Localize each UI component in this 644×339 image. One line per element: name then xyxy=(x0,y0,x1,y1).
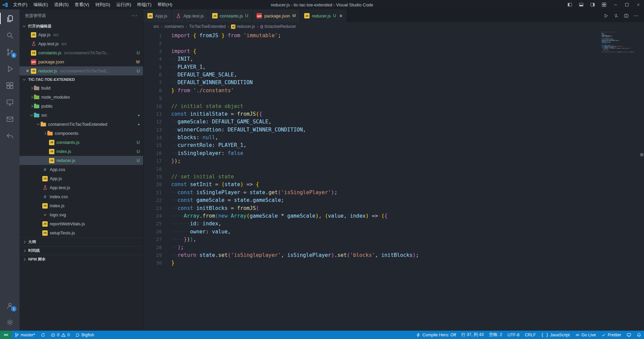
more-actions-icon[interactable]: ··· xyxy=(131,13,138,19)
open-editor-item[interactable]: JSconstants.jssrc\containers\TicTacTo...… xyxy=(19,48,143,57)
activity-search[interactable] xyxy=(0,27,19,44)
activity-account[interactable]: 1 xyxy=(0,297,19,314)
status-cursor-position[interactable]: 行 37, 列 43 xyxy=(459,331,487,339)
status-git-branch[interactable]: master* xyxy=(12,331,38,339)
npm-file-icon: npm xyxy=(31,59,36,65)
tree-item-reducer.js[interactable]: JSreducer.jsU xyxy=(19,156,143,165)
tab-package.json[interactable]: npmpackage.jsonM xyxy=(252,9,300,22)
scrollbar[interactable] xyxy=(639,31,644,331)
status-indentation[interactable]: 空格: 2 xyxy=(487,331,505,339)
menu-item[interactable]: 选择(S) xyxy=(51,0,72,9)
menu-item[interactable]: 文件(F) xyxy=(10,0,31,9)
section-大纲[interactable]: 大纲 xyxy=(19,237,143,246)
tree-item-build[interactable]: build xyxy=(19,83,143,93)
tree-item-src[interactable]: src● xyxy=(19,111,143,120)
svg-file-icon: ‹› xyxy=(42,212,48,218)
tree-item-index.js[interactable]: JSindex.js xyxy=(19,201,143,210)
js-file-icon: JS xyxy=(42,203,48,209)
vscode-logo xyxy=(0,2,10,8)
tree-item-index.css[interactable]: #index.css xyxy=(19,192,143,201)
menu-item[interactable]: 终端(T) xyxy=(134,0,154,9)
breadcrumb-item[interactable]: JSreducer.js xyxy=(231,24,255,29)
activity-run-debug[interactable] xyxy=(0,60,19,77)
chevron-down-icon xyxy=(23,24,26,27)
tab-App.js[interactable]: JSApp.js xyxy=(143,9,172,22)
open-editor-item[interactable]: npmpackage.jsonM xyxy=(19,57,143,66)
status-sync-changes[interactable] xyxy=(38,331,48,339)
status-remote-indicator[interactable]: >< xyxy=(0,331,12,339)
activity-source-control[interactable]: 6 xyxy=(0,44,19,60)
git-status-badge: M xyxy=(292,13,296,18)
extensions-icon xyxy=(6,81,14,90)
activity-back-arrow[interactable] xyxy=(0,127,19,144)
tree-item-logo.svg[interactable]: ‹›logo.svg xyxy=(19,210,143,219)
split-editor-icon[interactable] xyxy=(622,11,631,20)
close-icon[interactable]: ✕ xyxy=(339,13,343,18)
tree-item-node_modules[interactable]: node_modules xyxy=(19,93,143,102)
toggle-panel-bottom-icon[interactable] xyxy=(576,0,587,9)
status-compile-hero[interactable]: Compile Hero: Off xyxy=(413,331,459,339)
status-problems[interactable]: 00 xyxy=(48,331,73,339)
maximize-button[interactable] xyxy=(621,0,633,9)
line-number: 11 xyxy=(143,110,162,118)
breadcrumb-item[interactable]: {​}tictactoeReducer xyxy=(260,24,296,29)
breadcrumb-item[interactable]: src xyxy=(153,24,159,29)
section-NPM 脚本[interactable]: NPM 脚本 xyxy=(19,255,143,264)
tree-item-reportwebvitals.js[interactable]: JSreportWebVitals.js xyxy=(19,219,143,228)
status-language-mode[interactable]: { }JavaScript xyxy=(539,331,572,339)
tree-item-containers\tictactoeextended[interactable]: containers\TicTacToeExtended● xyxy=(19,120,143,129)
open-editor-item[interactable]: JSApp.jssrc xyxy=(19,30,143,39)
tree-item-constants.js[interactable]: JSconstants.jsU xyxy=(19,138,143,147)
activity-explorer[interactable] xyxy=(0,10,19,27)
tree-item-index.js[interactable]: JSindex.jsU xyxy=(19,147,143,156)
open-changes-icon[interactable] xyxy=(612,11,620,20)
breadcrumb-item[interactable]: containers xyxy=(165,24,184,29)
run-file-icon[interactable] xyxy=(602,11,610,20)
tab-App.test.js[interactable]: App.test.js xyxy=(172,9,208,22)
open-editor-item[interactable]: App.test.jssrc xyxy=(19,39,143,48)
activity-settings[interactable] xyxy=(0,314,19,331)
close-icon[interactable]: ✕ xyxy=(24,68,31,73)
tree-item-app.test.js[interactable]: App.test.js xyxy=(19,183,143,192)
status-screencast[interactable] xyxy=(624,331,634,339)
open-editor-item[interactable]: ✕JSreducer.jssrc\containers\TicTacToeE..… xyxy=(19,66,143,75)
project-header[interactable]: TIC-TAC-TOE-EXTENDED xyxy=(19,75,143,83)
tree-item-components[interactable]: components xyxy=(19,129,143,138)
toggle-panel-left-icon[interactable] xyxy=(564,0,576,9)
status-notifications[interactable] xyxy=(634,331,644,339)
menu-item[interactable]: 运行(R) xyxy=(113,0,134,9)
tree-item-app.js[interactable]: JSApp.js xyxy=(19,174,143,183)
close-button[interactable] xyxy=(633,0,644,9)
tree-item-public[interactable]: public xyxy=(19,102,143,111)
code-line: ··const·isSinglePlayer·=·state.get('isSi… xyxy=(171,189,419,196)
tree-item-app.css[interactable]: #App.css xyxy=(19,165,143,174)
status-eol[interactable]: CRLF xyxy=(522,331,539,339)
line-numbers[interactable]: 1234567891011121314151617181920212223242… xyxy=(143,32,162,331)
minimize-button[interactable] xyxy=(610,0,621,9)
tab-reducer.js[interactable]: JSreducer.jsU✕ xyxy=(300,9,347,22)
menu-item[interactable]: 查看(V) xyxy=(72,0,92,9)
check-icon xyxy=(601,333,606,337)
line-number: 29 xyxy=(143,251,162,259)
open-editors-header[interactable]: 打开的编辑器 xyxy=(19,22,143,30)
tree-item-setuptests.js[interactable]: JSsetupTests.js xyxy=(19,228,143,237)
customize-layout-icon[interactable] xyxy=(598,0,610,9)
status-encoding[interactable]: UTF-8 xyxy=(505,331,522,339)
activity-mail[interactable] xyxy=(0,111,19,127)
menu-item[interactable]: 转到(G) xyxy=(92,0,113,9)
tab-constants.js[interactable]: JSconstants.jsU xyxy=(208,9,252,22)
minimap[interactable]: import { fromJS } from 'immutable'; impo… xyxy=(601,32,639,53)
toggle-panel-right-icon[interactable] xyxy=(587,0,598,9)
menu-item[interactable]: 帮助(H) xyxy=(154,0,175,9)
breadcrumb-item[interactable]: TicTacToeExtended xyxy=(189,24,226,29)
status-bigfish[interactable]: Bigfish xyxy=(73,331,97,339)
status-go-live[interactable]: Go Live xyxy=(572,331,599,339)
more-actions-icon[interactable]: ⋯ xyxy=(632,11,641,20)
activity-extensions[interactable] xyxy=(0,77,19,94)
menu-item[interactable]: 编辑(E) xyxy=(31,0,51,9)
tab-bar: JSApp.jsApp.test.jsJSconstants.jsUnpmpac… xyxy=(143,9,644,22)
section-时间线[interactable]: 时间线 xyxy=(19,246,143,255)
code-editor[interactable]: 1234567891011121314151617181920212223242… xyxy=(143,31,644,331)
activity-remote-explorer[interactable] xyxy=(0,94,19,111)
status-prettier[interactable]: Prettier xyxy=(599,331,624,339)
